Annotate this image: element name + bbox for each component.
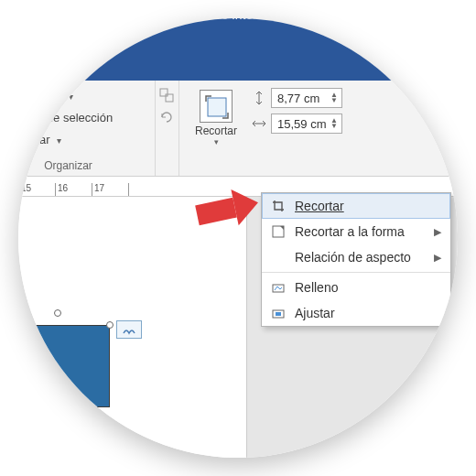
svg-rect-0	[424, 18, 438, 20]
fit-icon	[271, 306, 286, 320]
organize-group: viar atrás Panel de selección Alinear	[18, 81, 156, 176]
crop-button-label: Recortar	[195, 124, 237, 137]
group-button[interactable]	[159, 86, 175, 104]
height-input[interactable]: 8,77 cm ▲▼	[271, 88, 342, 108]
ruler-tick: 15	[18, 183, 55, 196]
svg-rect-14	[208, 98, 226, 116]
selection-pane-button[interactable]: Panel de selección	[18, 108, 147, 126]
share-button[interactable]: Compartir	[407, 48, 458, 62]
align-button[interactable]: Alinear	[18, 130, 147, 148]
height-icon	[251, 91, 265, 105]
send-backward-label: viar atrás	[18, 89, 61, 103]
organize-group-label: Organizar	[18, 159, 155, 172]
menu-aspect-label: Relación de aspecto	[295, 250, 411, 265]
rotate-handle[interactable]	[54, 309, 61, 317]
chevron-down-icon	[67, 89, 73, 103]
menu-fit-label: Ajustar	[295, 306, 335, 320]
selection-pane-label: Panel de selección	[18, 111, 113, 124]
crop-split-button[interactable]: Recortar ▾	[189, 88, 243, 174]
group-icon	[159, 88, 174, 103]
selected-image[interactable]	[18, 325, 110, 407]
menu-item-crop-to-shape[interactable]: Recortar a la forma ▶	[262, 219, 450, 244]
document-title: Solvetic Internet	[183, 18, 275, 22]
menu-item-fit[interactable]: Ajustar	[262, 300, 450, 326]
menu-separator	[262, 272, 450, 273]
send-backward-button[interactable]: viar atrás	[18, 86, 147, 104]
menu-crop-label: Recortar	[295, 199, 344, 213]
submenu-arrow-icon: ▶	[434, 226, 441, 238]
chevron-down-icon	[55, 133, 61, 146]
ribbon-display-options-button[interactable]	[410, 18, 452, 38]
window-titlebar: Solvetic Internet	[18, 18, 458, 38]
align-label: Alinear	[18, 133, 49, 146]
layout-options-icon	[122, 324, 136, 335]
svg-point-3	[412, 49, 417, 55]
menu-item-aspect-ratio[interactable]: Relación de aspecto ▶	[262, 244, 450, 270]
minimize-button[interactable]	[452, 18, 458, 38]
svg-rect-13	[166, 94, 173, 102]
fill-icon	[271, 280, 286, 295]
layout-options-button[interactable]	[116, 320, 142, 339]
submenu-arrow-icon: ▶	[434, 252, 441, 264]
svg-rect-12	[160, 89, 168, 96]
resize-handle[interactable]	[106, 321, 114, 329]
svg-rect-20	[276, 312, 281, 316]
spinner-arrows[interactable]: ▲▼	[330, 118, 338, 129]
spinner-arrows[interactable]: ▲▼	[330, 92, 338, 103]
ribbon-tab-band: Compartir	[18, 38, 458, 81]
rotate-column	[156, 81, 179, 176]
share-label: Compartir	[427, 48, 458, 62]
menu-crop-shape-label: Recortar a la forma	[295, 224, 405, 239]
crop-shape-icon	[271, 224, 286, 239]
crop-icon	[200, 90, 233, 123]
user-icon	[407, 48, 422, 62]
ruler-tick: 16	[55, 183, 92, 196]
size-group: Recortar ▾ 8,77 cm ▲▼ 15,59 cm	[179, 81, 352, 176]
ruler-tick: 17	[92, 183, 128, 196]
menu-fill-label: Relleno	[295, 280, 338, 295]
page-area[interactable]	[18, 197, 247, 458]
width-icon	[251, 116, 265, 131]
width-value: 15,59 cm	[277, 117, 326, 131]
menu-item-crop[interactable]: Recortar	[262, 193, 450, 219]
svg-rect-18	[273, 285, 284, 292]
rotate-icon	[159, 110, 174, 124]
ribbon: viar atrás Panel de selección Alinear	[18, 81, 458, 177]
menu-item-fill[interactable]: Relleno	[262, 275, 450, 300]
rotate-button[interactable]	[159, 108, 175, 126]
ruler-tick	[128, 183, 165, 196]
crop-dropdown-menu: Recortar Recortar a la forma ▶ Relación …	[261, 192, 451, 327]
height-value: 8,77 cm	[277, 92, 319, 105]
crop-icon	[271, 199, 286, 213]
width-input[interactable]: 15,59 cm ▲▼	[271, 114, 342, 134]
